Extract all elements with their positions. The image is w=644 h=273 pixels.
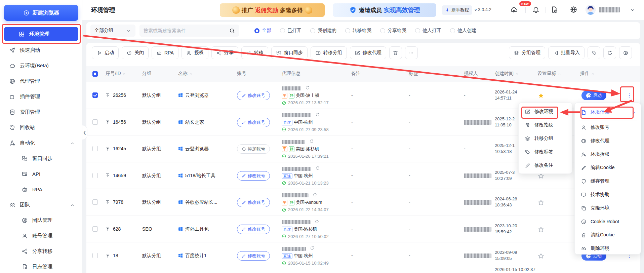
sidebar-item-分享转移[interactable]: 分享转移 xyxy=(0,243,82,259)
sidebar-item-回收站[interactable]: 回收站 xyxy=(0,120,82,135)
menu-item-环境信息[interactable]: 环境信息 xyxy=(575,105,641,120)
edit-account-button[interactable]: 修改账号 xyxy=(237,251,270,261)
refresh-icon[interactable] xyxy=(305,85,310,90)
sidebar-item-RPA[interactable]: RPA xyxy=(0,182,82,197)
search-icon[interactable] xyxy=(229,28,235,34)
column-header-操作[interactable]: 操作 xyxy=(580,71,595,77)
edit-account-button[interactable]: 修改账号 xyxy=(237,198,270,207)
promo-banner[interactable]: 推广返佣奖励多邀多得 xyxy=(220,3,325,17)
sort-icon[interactable] xyxy=(189,71,193,76)
filter-radio-他人打开[interactable]: 他人打开 xyxy=(415,28,441,34)
row-checkbox[interactable] xyxy=(92,253,98,258)
启动-button[interactable]: 启动 xyxy=(92,46,119,59)
filter-radio-分享给我[interactable]: 分享给我 xyxy=(380,28,406,34)
proxy-refresh-icon[interactable] xyxy=(315,112,320,117)
menu-item-编辑Cookie[interactable]: 编辑Cookie xyxy=(575,161,641,174)
row-start-button[interactable]: 启动 xyxy=(581,91,606,100)
sidebar-item-费用管理[interactable]: 费用管理 xyxy=(0,104,82,120)
sidebar-item-窗口同步[interactable]: 窗口同步 xyxy=(0,151,82,166)
column-header-名称[interactable]: 名称 xyxy=(178,71,193,77)
proxy-refresh-icon[interactable] xyxy=(315,165,320,170)
menu-item-转移分组[interactable]: 转移分组 xyxy=(519,132,572,145)
proxy-refresh-icon[interactable] xyxy=(309,138,314,144)
sidebar-item-账号管理[interactable]: 账号管理 xyxy=(0,228,82,243)
row-more-dots-button[interactable] xyxy=(624,90,634,101)
edit-account-button[interactable]: 修改账号 xyxy=(237,171,270,181)
menu-item-环境授权[interactable]: 环境授权 xyxy=(575,148,641,161)
refresh-icon[interactable] xyxy=(310,246,315,250)
sort-icon[interactable] xyxy=(557,71,562,76)
row-checkbox[interactable] xyxy=(92,173,98,178)
delete-button[interactable] xyxy=(389,46,402,59)
menu-item-缓存管理[interactable]: 缓存管理 xyxy=(575,174,641,188)
menu-item-删除环境[interactable]: 删除环境 xyxy=(575,242,641,255)
refresh-icon[interactable] xyxy=(315,112,320,117)
转移分组-button[interactable]: 转移分组 xyxy=(311,46,347,59)
row-checkbox[interactable] xyxy=(92,92,98,98)
分享-button[interactable]: 分享 xyxy=(211,46,238,59)
sidebar-item-快速启动[interactable]: 快速启动 xyxy=(0,42,82,58)
filter-radio-已打开[interactable]: 已打开 xyxy=(280,28,301,34)
授权-button[interactable]: 授权 xyxy=(182,46,208,59)
cloud-upload-icon[interactable] xyxy=(510,6,518,14)
refresh-icon[interactable] xyxy=(315,219,319,224)
select-all-checkbox[interactable] xyxy=(92,71,98,77)
sidebar-item-自动化[interactable]: 自动化 xyxy=(0,135,82,151)
关闭-button[interactable]: 关闭 xyxy=(122,46,149,59)
chevron-down-icon[interactable] xyxy=(630,7,636,13)
tag-button[interactable] xyxy=(588,46,600,59)
chevron-up-icon[interactable] xyxy=(70,140,75,146)
sidebar-item-团队管理[interactable]: 团队管理 xyxy=(0,212,82,228)
row-checkbox[interactable] xyxy=(92,199,98,205)
docclock-icon[interactable] xyxy=(550,6,558,13)
new-browser-button[interactable]: 新建浏览器 xyxy=(4,5,78,21)
转移-button[interactable]: 转移 xyxy=(241,46,268,59)
add-account-button[interactable]: 添加账号 xyxy=(237,144,270,154)
menu-item-修改账号[interactable]: 修改账号 xyxy=(575,121,641,134)
globe-icon[interactable] xyxy=(570,6,577,13)
staroutline-icon[interactable] xyxy=(538,253,544,259)
invite-banner[interactable]: 邀请成员实现高效管理 xyxy=(333,3,436,17)
search-icon[interactable] xyxy=(229,28,235,34)
search-input[interactable] xyxy=(144,28,229,33)
edit-account-button[interactable]: 修改账号 xyxy=(237,118,270,127)
more-button[interactable] xyxy=(405,46,418,59)
menu-item-修改指纹[interactable]: 修改指纹 xyxy=(519,118,572,132)
menu-item-修改环境[interactable]: 修改环境 xyxy=(519,105,572,118)
star-outline-icon[interactable] xyxy=(538,226,544,233)
filter-radio-转移给我[interactable]: 转移给我 xyxy=(345,28,371,34)
language-globe-icon[interactable] xyxy=(570,6,577,13)
menu-item-克隆环境[interactable]: 克隆环境 xyxy=(575,201,641,215)
分组管理-button[interactable]: 分组管理 xyxy=(509,46,545,59)
sidebar-item-插件管理[interactable]: 插件管理 xyxy=(0,89,82,104)
avatar[interactable] xyxy=(586,5,596,15)
cloudup-icon[interactable] xyxy=(510,6,518,14)
修改代理-button[interactable]: 修改代理 xyxy=(350,46,386,59)
dotsv-icon[interactable] xyxy=(626,92,632,99)
edit-account-button[interactable]: 修改账号 xyxy=(237,91,270,100)
column-header-序号/ID[interactable]: 序号/ID xyxy=(106,71,126,77)
staroutline-icon[interactable] xyxy=(538,226,544,233)
批量导入-button[interactable]: 批量导入 xyxy=(548,46,585,59)
menu-item-修改备注[interactable]: 修改备注 xyxy=(519,159,572,172)
filter-radio-我创建的[interactable]: 我创建的 xyxy=(310,28,336,34)
menu-item-技术协助[interactable]: 技术协助 xyxy=(575,188,641,201)
row-checkbox[interactable] xyxy=(92,119,98,125)
group-filter-dropdown[interactable]: 全部分组 xyxy=(90,25,135,37)
proxy-refresh-icon[interactable] xyxy=(315,219,319,224)
filter-radio-他人创建[interactable]: 他人创建 xyxy=(450,28,476,34)
sort-icon[interactable] xyxy=(122,71,126,76)
refresh-icon[interactable] xyxy=(315,166,320,170)
bell-icon[interactable] xyxy=(532,6,540,13)
refresh-button[interactable] xyxy=(603,46,616,59)
窗口同步-button[interactable]: 窗口同步 xyxy=(271,46,308,59)
sidebar-item-团队[interactable]: 团队 xyxy=(0,197,82,212)
edit-account-button[interactable]: 修改账号 xyxy=(237,225,270,234)
menu-item-Cookie Robot[interactable]: Cookie Robot xyxy=(575,215,641,228)
star-outline-icon[interactable] xyxy=(538,253,544,259)
log-doc-icon[interactable] xyxy=(550,6,558,13)
bell-icon[interactable] xyxy=(532,6,540,13)
filter-radio-全部[interactable]: 全部 xyxy=(254,28,271,34)
menu-item-修改代理[interactable]: 修改代理 xyxy=(575,134,641,148)
column-header-设置星标[interactable]: 设置星标 xyxy=(537,71,562,77)
